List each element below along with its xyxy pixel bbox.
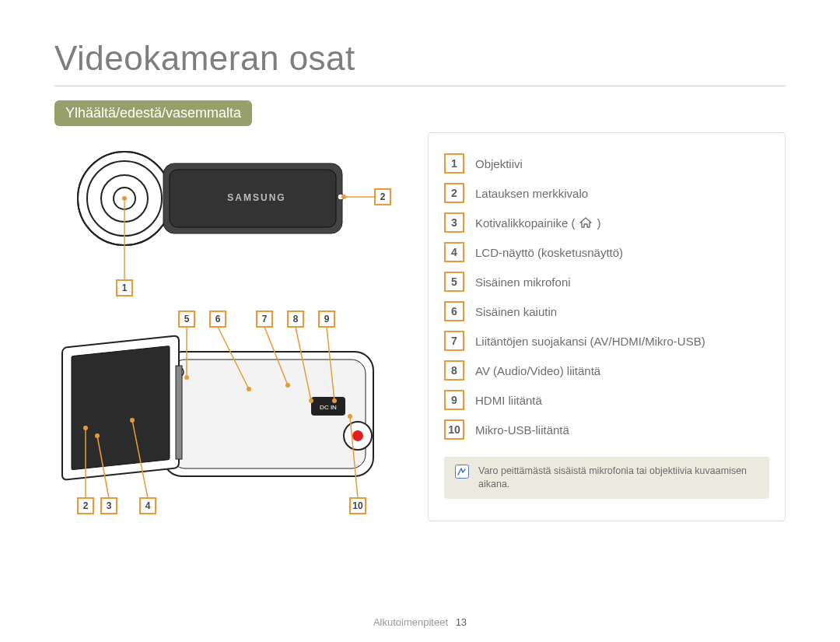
legend-number: 9 bbox=[444, 390, 464, 410]
svg-text:10: 10 bbox=[352, 500, 363, 511]
legend-row: 4LCD-näyttö (kosketusnäyttö) bbox=[444, 242, 769, 262]
legend-number: 1 bbox=[444, 153, 464, 174]
svg-text:7: 7 bbox=[262, 314, 268, 325]
svg-text:8: 8 bbox=[293, 314, 299, 325]
legend-number: 6 bbox=[444, 301, 464, 321]
svg-text:1: 1 bbox=[122, 282, 128, 293]
legend-row: 2Latauksen merkkivalo bbox=[444, 183, 769, 203]
legend-number: 10 bbox=[444, 419, 464, 440]
legend-label: Objektiivi bbox=[475, 157, 523, 170]
svg-text:DC IN: DC IN bbox=[320, 404, 337, 411]
legend-row: 3Kotivalikkopainike () bbox=[444, 212, 769, 233]
legend-number: 8 bbox=[444, 360, 464, 381]
info-icon bbox=[455, 465, 469, 479]
svg-text:2: 2 bbox=[83, 500, 89, 511]
svg-point-56 bbox=[95, 433, 100, 438]
legend-number: 5 bbox=[444, 272, 464, 292]
legend-row: 8AV (Audio/Video) liitäntä bbox=[444, 360, 769, 381]
legend-row: 10Mikro-USB-liitäntä bbox=[444, 419, 769, 440]
svg-point-54 bbox=[83, 426, 88, 430]
brand-logo: SAMSUNG bbox=[227, 192, 285, 203]
page-title: Videokameran osat bbox=[54, 39, 786, 78]
svg-point-36 bbox=[184, 375, 189, 380]
legend-panel: 1Objektiivi2Latauksen merkkivalo3Kotival… bbox=[428, 132, 786, 521]
section-tab: Ylhäältä/edestä/vasemmalta bbox=[54, 100, 252, 126]
legend-number: 3 bbox=[444, 212, 464, 233]
legend-label: Liitäntöjen suojakansi (AV/HDMI/Mikro-US… bbox=[475, 335, 705, 348]
svg-rect-33 bbox=[72, 346, 170, 469]
legend-row: 7Liitäntöjen suojakansi (AV/HDMI/Mikro-U… bbox=[444, 331, 769, 351]
legend-label: Kotivalikkopainike () bbox=[475, 216, 600, 230]
legend-label: Mikro-USB-liitäntä bbox=[475, 423, 569, 437]
legend-row: 1Objektiivi bbox=[444, 153, 769, 174]
legend-label: LCD-näyttö (kosketusnäyttö) bbox=[475, 246, 623, 259]
svg-point-38 bbox=[247, 387, 251, 391]
legend-label: Latauksen merkkivalo bbox=[475, 187, 588, 200]
svg-point-44 bbox=[332, 398, 337, 403]
svg-point-58 bbox=[130, 418, 135, 423]
svg-text:4: 4 bbox=[145, 500, 151, 511]
legend-label: AV (Audio/Video) liitäntä bbox=[475, 364, 600, 377]
svg-point-12 bbox=[122, 196, 127, 201]
footer-section: Alkutoimenpiteet bbox=[373, 616, 448, 628]
title-divider bbox=[54, 86, 786, 86]
legend-label: Sisäinen kaiutin bbox=[475, 305, 557, 318]
svg-text:6: 6 bbox=[215, 314, 221, 325]
home-icon bbox=[579, 217, 592, 228]
legend-label: Sisäinen mikrofoni bbox=[475, 275, 571, 289]
legend-label: HDMI liitäntä bbox=[475, 394, 542, 407]
legend-number: 2 bbox=[444, 183, 464, 203]
svg-text:5: 5 bbox=[184, 314, 190, 325]
note-box: Varo peittämästä sisäistä mikrofonia tai… bbox=[444, 457, 769, 499]
svg-rect-34 bbox=[176, 366, 182, 459]
svg-point-40 bbox=[285, 383, 290, 388]
legend-row: 6Sisäinen kaiutin bbox=[444, 301, 769, 321]
note-text: Varo peittämästä sisäistä mikrofonia tai… bbox=[478, 465, 758, 491]
svg-point-30 bbox=[352, 430, 363, 441]
legend-number: 7 bbox=[444, 331, 464, 351]
legend-row: 5Sisäinen mikrofoni bbox=[444, 272, 769, 292]
legend-number: 4 bbox=[444, 242, 464, 262]
page-footer: Alkutoimenpiteet 13 bbox=[0, 616, 840, 628]
page-number: 13 bbox=[456, 616, 467, 628]
svg-text:2: 2 bbox=[380, 191, 386, 202]
diagram-area: SAMSUNG 2 1 bbox=[54, 132, 397, 521]
legend-row: 9HDMI liitäntä bbox=[444, 390, 769, 410]
svg-point-8 bbox=[341, 195, 346, 199]
svg-point-42 bbox=[309, 398, 313, 403]
svg-point-60 bbox=[348, 414, 352, 419]
svg-text:9: 9 bbox=[324, 314, 330, 325]
svg-text:3: 3 bbox=[107, 500, 112, 511]
